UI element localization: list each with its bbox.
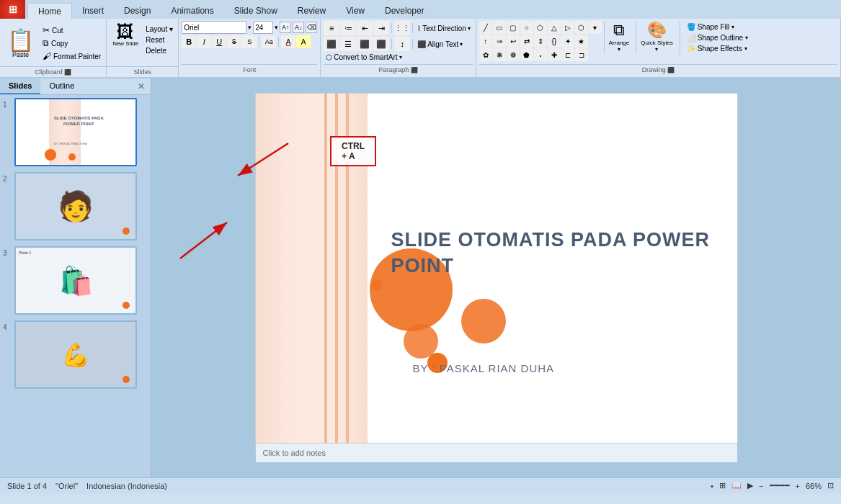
shape6[interactable]: △ bbox=[548, 21, 561, 34]
shape12[interactable]: ⬟ bbox=[520, 48, 533, 61]
shape7[interactable]: ▷ bbox=[561, 21, 574, 34]
slide-thumb-3[interactable]: 3 Photo 1 🛍️ bbox=[3, 246, 148, 315]
zoom-slider[interactable]: ━━━━ bbox=[770, 481, 790, 490]
text-direction-button[interactable]: ⌇ Text Direction ▾ bbox=[415, 24, 473, 33]
tab-view[interactable]: View bbox=[336, 3, 375, 19]
tab-animations[interactable]: Animations bbox=[161, 3, 223, 19]
tab-developer[interactable]: Developer bbox=[375, 3, 435, 19]
shape-star5[interactable]: ★ bbox=[575, 35, 588, 48]
view-normal-icon[interactable]: ▪ bbox=[711, 482, 713, 490]
main-slide-canvas[interactable]: SLIDE OTOMATIS PADA POWER POINT BY : PAS… bbox=[255, 93, 738, 444]
reset-button[interactable]: Reset bbox=[143, 35, 175, 45]
quick-styles-button[interactable]: 🎨 Quick Styles ▾ bbox=[636, 21, 677, 54]
view-slide-sorter-icon[interactable]: ⊞ bbox=[719, 481, 726, 490]
decrease-indent-button[interactable]: ⇤ bbox=[357, 21, 373, 35]
shape-star4[interactable]: ✦ bbox=[561, 35, 574, 48]
slides-panel-close[interactable]: ✕ bbox=[132, 78, 151, 94]
font-name-dropdown-icon[interactable]: ▾ bbox=[248, 24, 252, 31]
align-text-button[interactable]: ⬛ Align Text ▾ bbox=[415, 40, 465, 49]
font-name-input[interactable] bbox=[182, 21, 246, 34]
zoom-in-button[interactable]: + bbox=[796, 482, 800, 490]
tab-review[interactable]: Review bbox=[288, 3, 336, 19]
underline-button[interactable]: U bbox=[212, 35, 226, 48]
shape16[interactable]: ⊐ bbox=[575, 48, 588, 61]
numbering-button[interactable]: ≔ bbox=[340, 21, 356, 35]
italic-button[interactable]: I bbox=[197, 35, 211, 48]
slide-preview-1[interactable]: SLIDE OTOMATIS PADAPOWER POINT BY: PASKA… bbox=[14, 98, 137, 166]
slide-thumb-4[interactable]: 4 💪 bbox=[3, 320, 148, 389]
shape-fill-button[interactable]: 🪣 Shape Fill ▾ bbox=[685, 22, 750, 32]
shape10[interactable]: ❋ bbox=[493, 48, 506, 61]
increase-font-button[interactable]: A↑ bbox=[280, 22, 291, 33]
arrow2[interactable]: ⇒ bbox=[493, 35, 506, 48]
bullets-button[interactable]: ≡ bbox=[324, 21, 339, 35]
fit-button[interactable]: ⊡ bbox=[827, 481, 834, 490]
shape-effects-button[interactable]: ✨ Shape Effects ▾ bbox=[685, 44, 750, 53]
decrease-font-button[interactable]: A↓ bbox=[293, 22, 304, 33]
delete-button[interactable]: Delete bbox=[143, 46, 175, 55]
shape11[interactable]: ❁ bbox=[507, 48, 520, 61]
arrow3[interactable]: ↩ bbox=[507, 35, 520, 48]
copy-button[interactable]: ⧉ Copy bbox=[40, 37, 103, 49]
font-size-input[interactable] bbox=[253, 21, 273, 34]
rounded-rect-shape[interactable]: ▢ bbox=[507, 21, 520, 34]
new-slide-button[interactable]: 🖼 New Slide bbox=[110, 22, 141, 48]
line-shape[interactable]: ╱ bbox=[479, 21, 492, 34]
paste-button[interactable]: 📋 Paste bbox=[3, 22, 38, 66]
tab-design[interactable]: Design bbox=[114, 3, 161, 19]
clear-format-button[interactable]: ⌫ bbox=[306, 22, 317, 33]
view-reading-icon[interactable]: 📖 bbox=[731, 481, 742, 490]
shape-brace[interactable]: {} bbox=[548, 35, 561, 48]
convert-smartart-button[interactable]: ⬡ Convert to SmartArt ▾ bbox=[324, 53, 473, 62]
slide-preview-4[interactable]: 💪 bbox=[14, 320, 137, 389]
shapes-more[interactable]: ▾ bbox=[589, 21, 602, 34]
outline-tab[interactable]: Outline bbox=[40, 78, 83, 94]
cut-button[interactable]: ✂ Cut bbox=[40, 24, 103, 36]
shape5[interactable]: ⬠ bbox=[534, 21, 547, 34]
format-painter-button[interactable]: 🖌 Format Painter bbox=[40, 50, 103, 62]
office-button[interactable]: ⊞ bbox=[0, 0, 25, 19]
arrange-button[interactable]: ⧉ Arrange ▾ bbox=[604, 21, 633, 54]
font-format-row: B I U S̶ S Aa A A bbox=[182, 35, 317, 48]
arrow4[interactable]: ⇄ bbox=[520, 35, 533, 48]
notes-placeholder[interactable]: Click to add notes bbox=[255, 444, 738, 463]
shape15[interactable]: ⊏ bbox=[561, 48, 574, 61]
align-left-button[interactable]: ⬛ bbox=[324, 37, 339, 51]
zoom-out-button[interactable]: − bbox=[759, 482, 763, 490]
change-case-button[interactable]: Aa bbox=[262, 35, 276, 48]
columns-button[interactable]: ⋮⋮ bbox=[394, 21, 410, 35]
tab-insert[interactable]: Insert bbox=[72, 3, 114, 19]
view-slideshow-icon[interactable]: ▶ bbox=[747, 481, 753, 490]
font-size-dropdown-icon[interactable]: ▾ bbox=[275, 24, 278, 31]
tab-home[interactable]: Home bbox=[27, 3, 72, 19]
strikethrough-button[interactable]: S̶ bbox=[227, 35, 241, 48]
arrow1[interactable]: ↑ bbox=[479, 35, 492, 48]
quick-styles-icon: 🎨 bbox=[647, 22, 667, 38]
slides-list: 1 SLIDE OTOMATIS PADAPOWER POINT BY: PAS… bbox=[0, 95, 151, 477]
shadow-button[interactable]: S bbox=[242, 35, 257, 48]
align-center-button[interactable]: ☰ bbox=[340, 37, 356, 51]
rect-shape[interactable]: ▭ bbox=[493, 21, 506, 34]
shape14[interactable]: ✚ bbox=[548, 48, 561, 61]
bold-button[interactable]: B bbox=[182, 35, 196, 48]
layout-button[interactable]: Layout▾ bbox=[143, 24, 175, 34]
tab-slideshow[interactable]: Slide Show bbox=[224, 3, 288, 19]
slide-preview-2[interactable]: 🧑 bbox=[14, 172, 137, 240]
arrow5[interactable]: ⇕ bbox=[534, 35, 547, 48]
highlight-button[interactable]: A bbox=[296, 35, 311, 48]
slide-thumb-2[interactable]: 2 🧑 bbox=[3, 172, 148, 240]
align-right-button[interactable]: ⬛ bbox=[357, 37, 373, 51]
shape-outline-button[interactable]: ⬜ Shape Outline ▾ bbox=[685, 33, 750, 42]
line-spacing-button[interactable]: ↕ bbox=[394, 37, 410, 51]
increase-indent-button[interactable]: ⇥ bbox=[373, 21, 389, 35]
slide-preview-3[interactable]: Photo 1 🛍️ bbox=[14, 246, 137, 315]
slides-tab[interactable]: Slides bbox=[0, 78, 40, 94]
shape9[interactable]: ✿ bbox=[479, 48, 492, 61]
justify-button[interactable]: ⬛ bbox=[373, 37, 389, 51]
shape13[interactable]: ⬩ bbox=[534, 48, 547, 61]
shape8[interactable]: ⬡ bbox=[575, 21, 588, 34]
oval-shape[interactable]: ○ bbox=[520, 21, 533, 34]
slide-thumb-1[interactable]: 1 SLIDE OTOMATIS PADAPOWER POINT BY: PAS… bbox=[3, 98, 148, 166]
slides-panel-tabs: Slides Outline ✕ bbox=[0, 78, 151, 95]
font-color-button[interactable]: A bbox=[281, 35, 295, 48]
